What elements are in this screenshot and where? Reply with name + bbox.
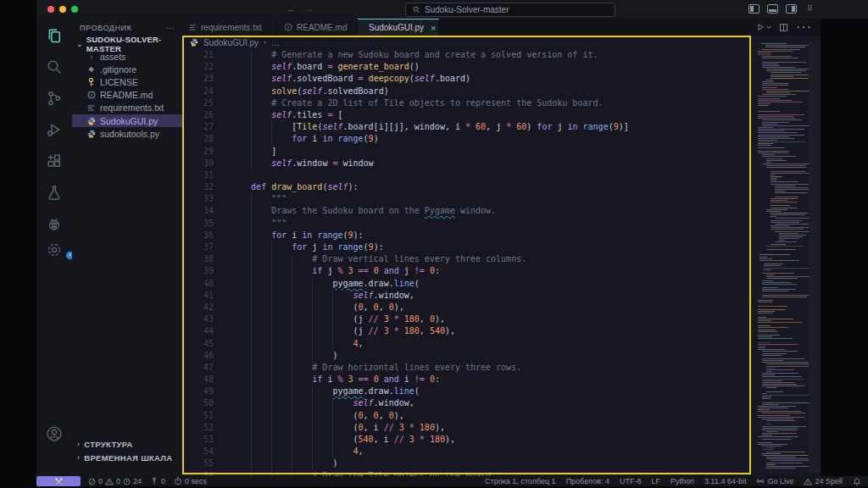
explorer-icon[interactable]	[46, 27, 63, 44]
line-number: 53	[182, 435, 219, 446]
problems-indicator[interactable]: 0 0 24	[88, 477, 142, 485]
code-area[interactable]: 21 # Generate a new Sudoku board and cre…	[182, 49, 754, 477]
code-line[interactable]: 36 for i in range(9):	[182, 230, 754, 242]
section-outline[interactable]: › СТРУКТУРА	[72, 437, 182, 451]
folder-root[interactable]: ⌄ SUDOKU-SOLVER-MASTER	[72, 37, 182, 50]
toggle-panel-icon[interactable]	[767, 4, 778, 14]
code-line[interactable]: 35 """	[182, 219, 754, 230]
code-line[interactable]: 29 ]	[182, 147, 754, 158]
run-debug-icon[interactable]	[46, 121, 63, 138]
hints-icon	[123, 478, 131, 485]
status-bar: 0 0 24 0 0 secs Строка 1, столбец 1 Проб…	[36, 476, 868, 486]
code-line[interactable]: 37 for j in range(9):	[182, 242, 754, 254]
code-line[interactable]: 34 Draws the Sudoku board on the Pygame …	[182, 206, 754, 218]
breadcrumb[interactable]: SudokuGUI.py › …	[182, 36, 753, 49]
code-line[interactable]: 28 for i in range(9)	[182, 134, 754, 146]
explorer-sidebar: ПРОВОДНИК ··· ⌄ SUDOKU-SOLVER-MASTER › a…	[72, 19, 182, 476]
sidebar-item-sudokugui[interactable]: SudokuGUI.py	[72, 114, 182, 127]
sidebar-item-sudokutools[interactable]: sudokutools.py	[72, 127, 182, 140]
code-line[interactable]: 23 self.solvedBoard = deepcopy(self.boar…	[182, 74, 754, 86]
breadcrumb-symbol[interactable]: …	[271, 38, 280, 47]
code-line[interactable]: 45 4,	[182, 339, 754, 351]
code-line[interactable]: 32 def draw_board(self):	[182, 182, 754, 194]
code-line[interactable]: 43 (j // 3 * 180, 0),	[182, 314, 754, 326]
sidebar-item-license[interactable]: LICENSE	[72, 75, 182, 88]
code-line[interactable]: 38 # Draw vertical lines every three col…	[182, 254, 754, 266]
errors-icon	[88, 478, 96, 485]
search-sidebar-icon[interactable]	[46, 58, 63, 75]
split-editor-icon[interactable]	[779, 23, 788, 32]
language-mode[interactable]: Python	[670, 477, 694, 485]
tab-requirements[interactable]: requirements.txt	[182, 19, 277, 36]
breadcrumb-file[interactable]: SudokuGUI.py	[203, 38, 259, 47]
vscode-window: ← → Sudoku-Solver-master ⠿	[0, 0, 868, 488]
code-line[interactable]: 53 (540, i // 3 * 180),	[182, 435, 754, 446]
cursor-position[interactable]: Строка 1, столбец 1	[485, 477, 556, 485]
minimap[interactable]	[754, 41, 821, 473]
go-live-button[interactable]: Go Live	[756, 477, 793, 485]
sidebar-item-requirements[interactable]: requirements.txt	[72, 102, 182, 114]
ladybug-icon[interactable]	[46, 215, 63, 232]
section-timeline[interactable]: › ВРЕМЕННАЯ ШКАЛА	[72, 451, 182, 464]
code-line[interactable]: 22 self.board = generate_board()	[182, 62, 754, 74]
command-center-search[interactable]: Sudoku-Solver-master	[405, 3, 615, 17]
editor-more-actions-icon[interactable]: ···	[796, 19, 812, 35]
timer-indicator[interactable]: 0 secs	[174, 477, 207, 485]
code-line[interactable]: 39 if j % 3 == 0 and j != 0:	[182, 266, 754, 278]
code-line[interactable]: 21 # Generate a new Sudoku board and cre…	[182, 50, 754, 62]
line-number: 52	[182, 423, 219, 435]
testing-icon[interactable]	[46, 184, 63, 201]
code-line[interactable]: 30 self.window = window	[182, 158, 754, 170]
python-interpreter[interactable]: 3.11.4 64-bit	[704, 477, 746, 485]
nav-forward-icon[interactable]: →	[304, 3, 314, 14]
encoding[interactable]: UTF-8	[620, 477, 642, 485]
indentation[interactable]: Пробелов: 4	[566, 477, 609, 485]
code-line[interactable]: 54 4,	[182, 446, 754, 458]
close-tab-icon[interactable]: ×	[431, 24, 436, 32]
code-line[interactable]: 27 [Tile(self.board[i][j], window, i * 6…	[182, 122, 754, 134]
customize-layout-icon[interactable]: ⠿	[804, 4, 815, 14]
code-line[interactable]: 41 self.window,	[182, 291, 754, 302]
code-line[interactable]: 26 self.tiles = [	[182, 110, 754, 122]
sidebar-item-readme[interactable]: README.md	[72, 89, 182, 102]
source-control-icon[interactable]	[46, 90, 63, 107]
code-line[interactable]: 46 )	[182, 351, 754, 363]
code-line[interactable]: 49 pygame.draw.line(	[182, 386, 754, 398]
eol-sequence[interactable]: LF	[652, 477, 661, 485]
code-line[interactable]: 48 if i % 3 == 0 and i != 0:	[182, 374, 754, 386]
code-line[interactable]: 40 pygame.draw.line(	[182, 279, 754, 291]
code-line[interactable]: 25 # Create a 2D list of Tile objects to…	[182, 98, 754, 110]
minimize-window-icon[interactable]	[59, 6, 66, 13]
tab-sudokugui[interactable]: SudokuGUI.py ×	[358, 19, 439, 36]
code-line[interactable]: 42 (0, 0, 0),	[182, 302, 754, 314]
code-line[interactable]: 51 (0, 0, 0),	[182, 411, 754, 423]
notifications-bell-icon[interactable]	[853, 477, 861, 486]
sidebar-item-gitignore[interactable]: ◆ .gitignore	[72, 63, 182, 75]
ports-indicator[interactable]: 0	[150, 477, 165, 485]
nav-back-icon[interactable]: ←	[287, 3, 296, 14]
settings-gear-icon[interactable]	[36, 241, 72, 258]
tab-readme[interactable]: README.md	[277, 19, 358, 36]
remote-indicator[interactable]	[36, 476, 81, 486]
code-line[interactable]: 55 )	[182, 458, 754, 470]
spell-checker-status[interactable]: 24 Spell	[804, 477, 843, 485]
code-line[interactable]: 24 solve(self.solvedBoard)	[182, 86, 754, 98]
code-line[interactable]: 44 (j // 3 * 180, 540),	[182, 326, 754, 338]
code-line[interactable]: 33 """	[182, 194, 754, 206]
line-number: 54	[182, 446, 219, 458]
explorer-more-icon[interactable]: ···	[165, 24, 175, 32]
code-line[interactable]: 47 # Draw horizontal lines every three r…	[182, 363, 754, 374]
toggle-sidebar-icon[interactable]	[748, 4, 760, 14]
window-controls[interactable]	[47, 6, 78, 13]
code-line[interactable]: 31	[182, 170, 754, 182]
close-window-icon[interactable]	[47, 6, 54, 13]
account-icon[interactable]	[36, 425, 72, 442]
toggle-secondary-sidebar-icon[interactable]	[786, 4, 797, 14]
code-line[interactable]: 52 (0, i // 3 * 180),	[182, 423, 754, 435]
extensions-icon[interactable]	[46, 152, 63, 169]
code-line[interactable]: 50 self.window,	[182, 398, 754, 410]
maximize-window-icon[interactable]	[71, 6, 78, 13]
minimap-slider[interactable]	[809, 41, 821, 473]
run-python-file-icon[interactable]	[756, 23, 771, 31]
line-number: 49	[182, 386, 219, 398]
